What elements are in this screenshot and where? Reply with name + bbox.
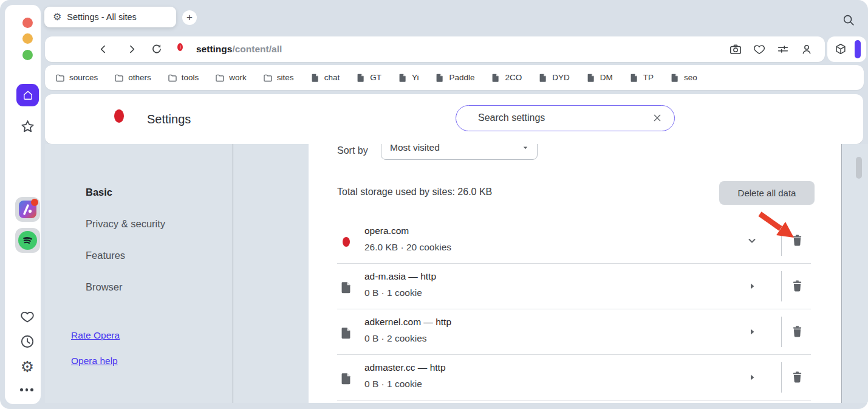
bookmark-item[interactable]: DYD [538,73,570,83]
bookmark-item[interactable]: Yi [398,73,419,83]
settings-button[interactable]: ⚙ [19,359,35,374]
delete-site-data-button[interactable] [790,370,804,384]
delete-all-data-button[interactable]: Delete all data [719,181,815,205]
camera-icon [729,43,742,56]
bookmark-item[interactable]: GT [356,73,381,83]
search-button[interactable] [842,13,855,27]
collapse-button[interactable] [745,233,759,248]
chevron-right-icon [745,370,759,385]
row-divider [337,400,811,400]
bookmark-item[interactable]: sites [263,73,294,83]
bookmark-label: tools [182,73,199,82]
bookmark-item[interactable]: chat [310,73,340,83]
bookmark-item[interactable]: seo [670,73,697,83]
bookmark-label: sites [277,73,294,82]
bookmark-label: TP [643,73,654,82]
nav-item-basic[interactable]: Basic [86,187,112,198]
total-storage-text: Total storage used by sites: 26.0 KB [337,187,492,198]
site-details: 0 B · 1 cookie [364,287,422,298]
tab-title: Settings - All sites [67,12,136,22]
site-row: ad-m.asia — http 0 B · 1 cookie [309,264,842,309]
trash-icon [790,370,804,384]
heart-icon [19,309,35,325]
site-details: 26.0 KB · 20 cookies [364,242,451,253]
opera-help-link[interactable]: Opera help [71,356,118,366]
bookmark-label: others [128,73,151,82]
zoom-window-button[interactable] [22,50,33,60]
site-favicon [337,324,355,342]
back-button[interactable] [97,43,109,55]
delete-site-data-button[interactable] [790,233,804,247]
page-icon [435,73,445,83]
rate-opera-link[interactable]: Rate Opera [71,330,120,341]
bookmark-item[interactable]: tools [168,73,199,83]
person-icon [800,43,813,56]
speed-dial-home-button[interactable] [16,84,39,106]
nav-item-features[interactable]: Features [86,250,125,261]
bookmark-item[interactable]: DM [586,73,613,83]
address-bar[interactable]: settings/content/all [45,36,825,62]
site-row: admaster.cc — http 0 B · 1 cookie [309,355,842,400]
chevron-right-icon [745,279,759,294]
page-scrollbar-thumb[interactable] [856,157,862,179]
bookmark-item[interactable]: 2CO [491,73,522,83]
chevron-down-icon [745,233,759,248]
history-button[interactable] [19,334,35,349]
snapshot-button[interactable] [729,43,742,56]
favorites-heart-button[interactable] [19,309,35,325]
url-text[interactable]: settings/content/all [196,36,282,62]
page-icon [670,73,680,83]
page-icon [340,326,353,340]
site-favicon [337,233,355,251]
clear-search-button[interactable] [652,113,662,123]
settings-search-input[interactable]: Search settings [456,105,675,131]
all-sites-card: Sort by Most visited Total storage used … [309,144,842,403]
sidebar-panel-toggle[interactable] [855,40,861,58]
expand-button[interactable] [745,279,759,294]
nav-item-privacy-security[interactable]: Privacy & security [86,218,165,230]
bookmark-page-button[interactable] [753,43,766,56]
page-icon [340,280,353,295]
folder-icon [168,73,177,83]
heart-icon [753,43,766,56]
new-tab-button[interactable]: + [182,10,197,25]
nav-item-browser[interactable]: Browser [86,281,123,293]
page-icon [629,73,639,83]
gradient-app-icon [19,201,36,218]
folder-icon [114,73,124,83]
forward-button[interactable] [126,43,138,55]
page-icon [356,73,366,83]
pinned-app-spotify[interactable] [15,228,40,253]
bookmark-item[interactable]: Paddle [435,73,474,83]
bookmark-item[interactable]: sources [55,73,98,83]
tab-settings-all-sites[interactable]: ⚙ Settings - All sites [44,7,176,27]
row-divider-vertical [781,225,782,256]
delete-site-data-button[interactable] [790,325,804,339]
row-divider-vertical [781,271,782,301]
extensions-button[interactable] [834,43,847,56]
row-divider-vertical [781,362,782,393]
bookmark-item[interactable]: TP [629,73,654,83]
bookmark-item[interactable]: others [114,73,151,83]
profile-button[interactable] [800,43,813,56]
vertical-sidebar: ⚙ [5,5,41,404]
sidebar-overflow-button[interactable] [20,388,33,391]
reload-button[interactable] [151,43,163,55]
sort-dropdown[interactable]: Most visited [381,144,538,160]
extensions-capsule [827,36,866,62]
page-title: Settings [147,94,191,144]
gear-icon: ⚙ [53,12,61,22]
bookmarks-star-button[interactable] [19,119,36,135]
expand-button[interactable] [745,325,759,339]
minimize-window-button[interactable] [22,33,33,44]
settings-page-header: Settings Search settings [45,94,863,144]
page-controls-button[interactable] [776,43,790,56]
delete-site-data-button[interactable] [790,279,804,293]
bookmark-item[interactable]: work [215,73,247,83]
bookmark-label: chat [324,73,340,82]
trash-icon [790,279,804,293]
site-row: adkernel.com — http 0 B · 2 cookies [309,309,842,355]
pinned-app-messenger[interactable] [15,197,40,222]
expand-button[interactable] [745,370,759,385]
close-window-button[interactable] [22,18,33,28]
